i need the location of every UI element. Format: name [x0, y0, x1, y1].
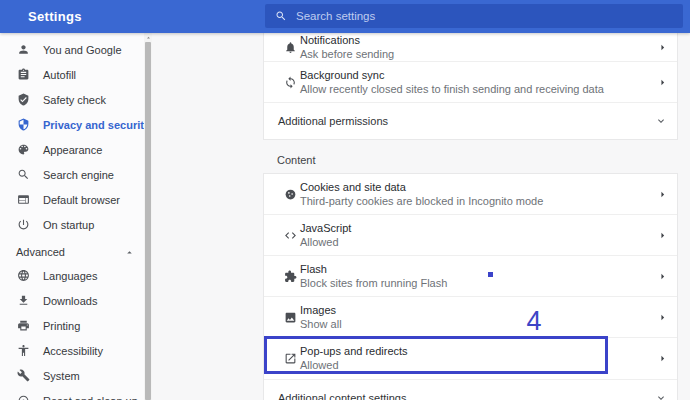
restore-icon [16, 394, 30, 400]
search-icon [275, 10, 287, 22]
sidebar-item-label: On startup [43, 219, 94, 231]
wrench-icon [16, 369, 30, 383]
nav-list: You and Google Autofill Safety check Pri… [0, 33, 152, 400]
arrow-right-icon [656, 352, 669, 365]
sidebar-item-label: System [43, 370, 80, 382]
additional-content-settings-expander[interactable]: Additional content settings [264, 380, 677, 400]
expander-label: Additional permissions [278, 115, 388, 127]
sidebar-item-label: Default browser [43, 194, 120, 206]
sidebar-item-on-startup[interactable]: On startup [0, 212, 152, 237]
row-notifications[interactable]: Notifications Ask before sending [264, 33, 677, 62]
printer-icon [16, 319, 30, 333]
row-subtitle: Block sites from running Flash [300, 277, 447, 290]
sidebar-item-label: Printing [43, 320, 80, 332]
accessibility-icon [16, 344, 30, 358]
row-title: JavaScript [300, 222, 351, 235]
top-bar: Settings [0, 0, 690, 33]
image-icon [283, 310, 297, 324]
sidebar-item-printing[interactable]: Printing [0, 313, 152, 338]
scrollbar-up-arrow-icon[interactable] [144, 33, 152, 42]
advanced-label: Advanced [16, 246, 65, 258]
arrow-right-icon [656, 270, 669, 283]
row-title: Images [300, 304, 342, 317]
sidebar-item-downloads[interactable]: Downloads [0, 288, 152, 313]
globe-icon [16, 269, 30, 283]
row-title: Flash [300, 263, 447, 276]
row-pop-ups-and-redirects[interactable]: Pop-ups and redirects Allowed [264, 338, 677, 380]
row-title: Background sync [300, 69, 604, 82]
arrow-right-icon [656, 188, 669, 201]
content-settings-card: Cookies and site data Third-party cookie… [263, 173, 678, 400]
arrow-right-icon [656, 311, 669, 324]
sidebar-item-system[interactable]: System [0, 363, 152, 388]
content-section-header: Content [277, 154, 316, 166]
sidebar-advanced-toggle[interactable]: Advanced [0, 241, 152, 263]
sidebar-item-label: Reset and clean up [43, 395, 138, 400]
row-text: Flash Block sites from running Flash [300, 263, 447, 290]
sidebar-item-label: Search engine [43, 169, 114, 181]
additional-permissions-expander[interactable]: Additional permissions [264, 103, 677, 139]
row-flash[interactable]: Flash Block sites from running Flash [264, 256, 677, 297]
sync-icon [283, 75, 297, 89]
settings-search-field[interactable] [265, 4, 683, 28]
sidebar-item-search-engine[interactable]: Search engine [0, 162, 152, 187]
row-subtitle: Allowed [300, 236, 351, 249]
sidebar-item-default-browser[interactable]: Default browser [0, 187, 152, 212]
row-subtitle: Show all [300, 318, 342, 331]
shield-check-icon [16, 93, 30, 107]
code-icon [283, 228, 297, 242]
sidebar-item-label: Safety check [43, 94, 106, 106]
row-subtitle: Ask before sending [300, 48, 394, 61]
row-cookies-and-site-data[interactable]: Cookies and site data Third-party cookie… [264, 174, 677, 215]
open-in-new-icon [283, 352, 297, 366]
power-icon [16, 218, 30, 232]
chevron-down-icon [655, 392, 667, 400]
sidebar-item-label: You and Google [43, 44, 122, 56]
cookie-icon [283, 187, 297, 201]
sidebar-item-label: Autofill [43, 69, 76, 81]
page-title: Settings [28, 0, 82, 33]
sidebar-item-label: Appearance [43, 144, 102, 156]
clipboard-icon [16, 68, 30, 82]
row-title: Notifications [300, 34, 394, 47]
magnifier-icon [16, 168, 30, 182]
sidebar-scrollbar[interactable] [144, 33, 152, 400]
browser-window-icon [16, 193, 30, 207]
sidebar-item-label: Languages [43, 270, 97, 282]
sidebar-item-label: Accessibility [43, 345, 103, 357]
sidebar-item-reset-and-clean-up[interactable]: Reset and clean up [0, 388, 152, 400]
sidebar-item-accessibility[interactable]: Accessibility [0, 338, 152, 363]
chevron-down-icon [655, 115, 667, 127]
bell-icon [283, 40, 297, 54]
download-icon [16, 294, 30, 308]
row-subtitle: Allowed [300, 359, 408, 372]
sidebar-item-languages[interactable]: Languages [0, 263, 152, 288]
row-text: Images Show all [300, 304, 342, 331]
row-title: Pop-ups and redirects [300, 345, 408, 358]
row-background-sync[interactable]: Background sync Allow recently closed si… [264, 62, 677, 103]
puzzle-icon [283, 269, 297, 283]
palette-icon [16, 143, 30, 157]
settings-content-area: Notifications Ask before sending Backgro… [152, 33, 690, 400]
sidebar-item-privacy-and-security[interactable]: Privacy and security [0, 112, 152, 137]
row-title: Cookies and site data [300, 181, 543, 194]
arrow-right-icon [656, 229, 669, 242]
row-text: Pop-ups and redirects Allowed [300, 345, 408, 372]
sidebar-item-appearance[interactable]: Appearance [0, 137, 152, 162]
security-shield-icon [16, 118, 30, 132]
arrow-right-icon [656, 76, 669, 89]
sidebar-item-safety-check[interactable]: Safety check [0, 87, 152, 112]
caret-up-icon [124, 247, 135, 258]
row-images[interactable]: Images Show all [264, 297, 677, 338]
sidebar-item-autofill[interactable]: Autofill [0, 62, 152, 87]
sidebar-scrollbar-thumb[interactable] [145, 42, 151, 400]
sidebar-item-you-and-google[interactable]: You and Google [0, 37, 152, 62]
row-text: Notifications Ask before sending [300, 34, 394, 61]
row-text: Cookies and site data Third-party cookie… [300, 181, 543, 208]
sidebar-item-label: Downloads [43, 295, 97, 307]
search-input[interactable] [287, 4, 683, 28]
chrome-settings-window: Settings You and Google Autofill Safety … [0, 0, 690, 400]
sidebar-item-label: Privacy and security [43, 119, 150, 131]
row-javascript[interactable]: JavaScript Allowed [264, 215, 677, 256]
row-text: JavaScript Allowed [300, 222, 351, 249]
